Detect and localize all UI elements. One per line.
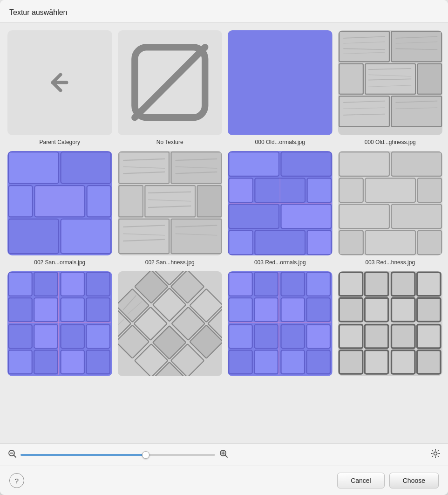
svg-rect-77 [391,204,441,228]
svg-rect-89 [86,298,110,322]
choose-button[interactable]: Choose [389,473,439,488]
svg-rect-151 [339,350,363,374]
svg-rect-126 [281,272,305,296]
gray-parquet-texture-2 [338,271,443,376]
svg-rect-142 [365,272,388,296]
svg-rect-123 [254,272,278,296]
texture-label-parent: Parent Category [7,139,112,145]
texture-label-003-normals: 003 Red...ormals.jpg [228,259,333,266]
svg-rect-132 [229,350,252,374]
zoom-bar [0,443,448,466]
no-texture-icon [128,41,212,124]
svg-rect-84 [8,298,32,322]
title-bar: Textur auswählen [0,0,448,23]
svg-rect-50 [119,219,169,253]
texture-cell-no-texture[interactable]: No Texture [118,30,223,145]
svg-rect-148 [417,298,441,322]
svg-rect-153 [391,324,415,348]
dialog-title: Textur auswählen [9,8,439,17]
texture-cell-parent-category[interactable]: Parent Category [7,30,112,145]
texture-cell-003-red-normals[interactable]: 003 Red...ormals.jpg [228,151,333,266]
svg-rect-85 [34,298,58,322]
texture-cell-row3-1[interactable] [7,271,112,380]
texture-thumb-row3-4 [338,271,443,376]
zoom-out-icon[interactable] [7,449,17,461]
svg-rect-147 [391,298,415,322]
texture-label-003-hness: 003 Red...hness.jpg [338,259,443,266]
svg-rect-143 [339,298,363,322]
svg-rect-73 [339,178,363,202]
svg-rect-88 [61,298,84,322]
svg-rect-78 [339,230,363,254]
svg-rect-152 [365,350,388,374]
svg-rect-71 [339,152,389,176]
svg-rect-155 [391,350,415,374]
blue-brick-texture [7,151,112,256]
svg-rect-60 [229,178,253,202]
texture-cell-000-old-ghness[interactable]: 000 Old...ghness.jpg [338,30,443,145]
zoom-in-icon[interactable] [219,449,228,461]
svg-rect-135 [306,324,330,348]
back-arrow-icon [41,64,78,101]
svg-rect-34 [61,219,111,253]
svg-rect-62 [307,178,332,202]
svg-rect-131 [254,324,278,348]
svg-rect-146 [417,272,441,296]
svg-rect-137 [306,350,330,374]
svg-rect-91 [34,324,58,348]
svg-rect-5 [391,31,441,62]
svg-rect-130 [229,324,252,348]
svg-rect-133 [254,350,278,374]
texture-cell-000-old-normals[interactable]: 000 Old...ormals.jpg [228,30,333,145]
gray-parquet-diagonal-texture [118,271,223,376]
texture-cell-row3-4[interactable] [338,271,443,380]
svg-rect-97 [86,350,110,374]
gray-wood-brick-texture-2 [118,151,223,256]
svg-rect-156 [417,350,441,374]
svg-rect-66 [255,230,305,254]
texture-thumb-003-hness [338,151,443,256]
texture-thumb-row3-3 [228,271,333,376]
svg-rect-79 [365,230,415,254]
svg-rect-141 [339,272,363,296]
svg-rect-83 [34,272,58,296]
svg-rect-144 [365,298,388,322]
svg-rect-30 [8,186,33,217]
bottom-bar: ? Cancel Choose [0,466,448,495]
texture-thumb-003-normals [228,151,333,256]
svg-rect-44 [119,186,143,217]
blue-parquet-texture [7,271,112,376]
svg-rect-64 [281,204,331,228]
svg-rect-63 [229,204,279,228]
svg-rect-67 [307,230,332,254]
svg-rect-74 [365,178,415,202]
dialog: Textur auswählen Parent Category [0,0,448,495]
texture-thumb-parent [7,30,112,135]
svg-rect-32 [87,186,111,217]
blue-flat-texture [228,30,333,135]
texture-cell-002-san-normals[interactable]: 002 San...ormals.jpg [7,151,112,266]
svg-rect-31 [34,186,85,217]
svg-rect-15 [417,64,441,94]
gray-wood-brick-texture [338,30,443,135]
texture-label-no-texture: No Texture [118,139,223,145]
cancel-button[interactable]: Cancel [337,473,385,488]
texture-thumb-row3-2 [118,271,223,376]
gear-icon[interactable] [430,448,441,461]
svg-rect-124 [229,298,252,322]
texture-grid: Parent Category No Texture [7,30,447,380]
texture-label-002-normals: 002 San...ormals.jpg [7,259,112,266]
texture-label-000-ghness: 000 Old...ghness.jpg [338,139,443,145]
texture-cell-002-san-hness[interactable]: 002 San...hness.jpg [118,151,223,266]
grid-content[interactable]: Parent Category No Texture [0,23,448,443]
texture-label-002-hness: 002 San...hness.jpg [118,259,223,266]
texture-cell-row3-2[interactable] [118,271,223,380]
zoom-slider[interactable] [20,454,215,456]
help-button[interactable]: ? [9,473,24,488]
svg-rect-125 [254,298,278,322]
texture-thumb-row3-1 [7,271,112,376]
blue-parquet-texture-2 [228,271,333,376]
texture-cell-003-red-hness[interactable]: 003 Red...hness.jpg [338,151,443,266]
texture-cell-row3-3[interactable] [228,271,333,380]
svg-line-158 [14,455,16,458]
